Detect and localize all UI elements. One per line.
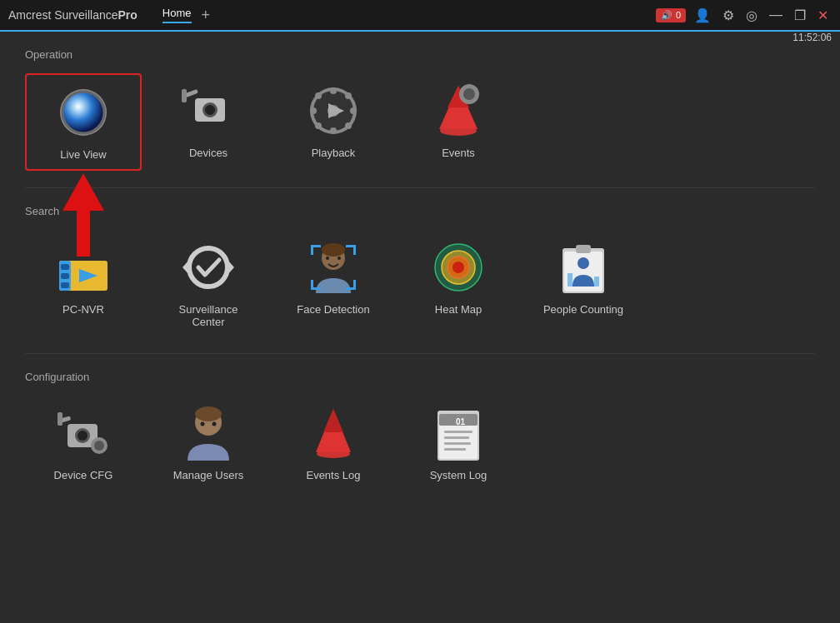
svg-rect-32 — [61, 264, 69, 270]
manage-users-icon — [179, 404, 238, 462]
surveillance-center-label: SurveillanceCenter — [179, 303, 238, 328]
svg-rect-88 — [444, 442, 471, 445]
operation-label: Operation — [25, 48, 815, 61]
live-view-item[interactable]: Live View — [25, 73, 142, 171]
settings-icon-button[interactable]: ⚙ — [719, 6, 738, 25]
search-section: Search PC-NVR — [25, 205, 815, 336]
svg-rect-47 — [311, 280, 313, 290]
titlebar: Amcrest Surveillance Pro Home + 🔊 0 👤 ⚙ … — [0, 0, 840, 30]
configuration-label: Configuration — [25, 371, 815, 383]
svg-rect-86 — [444, 431, 472, 433]
divider-1 — [25, 187, 815, 188]
svg-rect-49 — [353, 280, 356, 290]
svg-point-76 — [201, 422, 205, 426]
playback-icon — [304, 82, 362, 140]
heat-map-item[interactable]: Heat Map — [400, 230, 517, 336]
svg-rect-87 — [444, 436, 469, 439]
svg-rect-28 — [459, 93, 463, 95]
svg-point-12 — [330, 87, 337, 94]
svg-rect-45 — [353, 245, 356, 255]
operation-grid: Live View — [25, 73, 815, 171]
tab-home[interactable]: Home — [162, 7, 192, 23]
svg-rect-43 — [311, 245, 313, 255]
app-title-plain: Amcrest Surveillance — [8, 8, 118, 22]
svg-marker-37 — [182, 260, 189, 275]
close-button[interactable]: ✕ — [814, 6, 832, 25]
svg-rect-70 — [98, 437, 100, 441]
configuration-grid: Device CFG Ma — [25, 396, 815, 490]
restore-button[interactable]: ❐ — [791, 6, 809, 25]
app-title-bold: Pro — [118, 8, 138, 22]
notification-count: 0 — [676, 10, 681, 20]
playback-label: Playback — [312, 147, 356, 159]
system-log-item[interactable]: 01 System Log — [400, 396, 517, 490]
events-item[interactable]: Events — [400, 73, 517, 171]
svg-rect-59 — [576, 245, 591, 253]
face-detection-icon — [304, 238, 362, 297]
configuration-section: Configuration — [25, 371, 815, 490]
manage-users-item[interactable]: Manage Users — [150, 396, 267, 490]
svg-marker-3 — [62, 173, 104, 257]
search-grid: PC-NVR — [25, 230, 815, 336]
svg-rect-67 — [58, 412, 62, 426]
svg-rect-29 — [475, 93, 479, 95]
heat-map-label: Heat Map — [435, 303, 482, 316]
surveillance-center-item[interactable]: SurveillanceCenter — [150, 230, 267, 336]
svg-rect-8 — [182, 89, 187, 102]
operation-section: Operation — [25, 48, 815, 171]
svg-point-19 — [315, 122, 322, 129]
svg-rect-89 — [444, 448, 466, 451]
svg-point-18 — [345, 92, 352, 99]
devices-item[interactable]: Devices — [150, 73, 267, 171]
events-log-item[interactable]: Events Log — [275, 396, 392, 490]
svg-point-15 — [350, 107, 357, 114]
svg-text:01: 01 — [456, 417, 466, 426]
surveillance-center-icon — [179, 238, 238, 297]
notification-badge[interactable]: 🔊 0 — [656, 8, 686, 22]
svg-rect-73 — [104, 445, 108, 446]
people-counting-icon — [554, 238, 612, 297]
manage-users-label: Manage Users — [173, 469, 244, 481]
search-label: Search — [25, 205, 815, 217]
svg-point-13 — [330, 127, 337, 134]
svg-point-25 — [463, 88, 475, 100]
svg-point-14 — [310, 107, 317, 114]
minimize-button[interactable]: — — [766, 6, 786, 24]
device-cfg-icon — [54, 404, 112, 462]
face-detection-label: Face Detection — [297, 303, 369, 316]
svg-point-6 — [205, 105, 215, 115]
people-counting-item[interactable]: People Counting — [525, 230, 642, 336]
pc-nvr-label: PC-NVR — [62, 303, 104, 316]
device-cfg-label: Device CFG — [54, 469, 113, 481]
playback-item[interactable]: Playback — [275, 73, 392, 171]
svg-rect-34 — [61, 282, 69, 288]
svg-point-69 — [94, 441, 104, 451]
divider-2 — [25, 353, 815, 354]
face-detection-item[interactable]: Face Detection — [275, 230, 392, 336]
events-icon — [429, 82, 488, 140]
svg-point-16 — [315, 92, 322, 99]
svg-point-41 — [338, 257, 341, 260]
system-log-label: System Log — [430, 469, 488, 481]
mute-icon: 🔊 — [661, 10, 672, 21]
heat-map-icon — [429, 238, 488, 297]
devices-label: Devices — [189, 147, 228, 159]
svg-marker-80 — [323, 409, 343, 432]
system-log-icon: 01 — [429, 404, 488, 462]
svg-rect-71 — [98, 451, 100, 454]
main-content: Operation — [0, 32, 840, 623]
svg-rect-62 — [594, 277, 599, 287]
live-view-icon — [54, 83, 112, 142]
user-icon-button[interactable]: 👤 — [691, 6, 714, 25]
tab-add-button[interactable]: + — [202, 7, 211, 22]
activity-icon-button[interactable]: ◎ — [742, 6, 761, 25]
svg-point-60 — [578, 257, 589, 269]
red-arrow — [58, 173, 108, 257]
svg-rect-72 — [91, 445, 94, 446]
people-counting-label: People Counting — [543, 303, 623, 316]
events-log-icon — [304, 404, 362, 462]
svg-rect-26 — [468, 84, 470, 88]
device-cfg-item[interactable]: Device CFG — [25, 396, 142, 490]
devices-icon — [179, 82, 238, 140]
events-label: Events — [442, 147, 475, 159]
